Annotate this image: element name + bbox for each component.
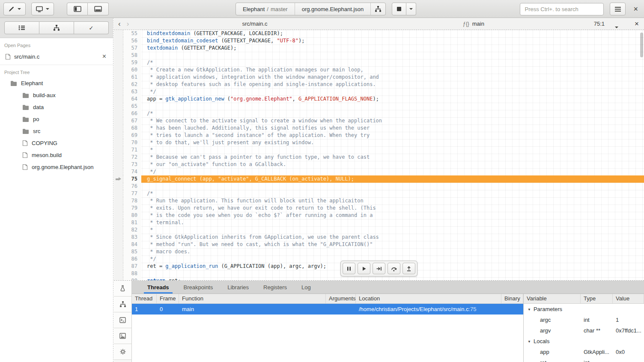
variable-group-parameters[interactable]: ▼Parameters [524,304,644,315]
line-number[interactable]: 85 [123,248,141,255]
line-number[interactable]: 63 [123,88,141,95]
breakpoint-gutter[interactable] [114,175,123,183]
window-close-button[interactable]: × [632,3,640,15]
breakpoint-gutter[interactable] [114,270,123,277]
debugger-tab-breakpoints[interactable]: Breakpoints [178,281,219,294]
sidebar-tab-pages[interactable] [4,21,39,34]
breakpoint-gutter[interactable] [114,45,123,52]
line-number[interactable]: 65 [123,103,141,110]
step-in-button[interactable] [373,263,385,274]
breakpoint-gutter[interactable] [114,81,123,88]
breakpoint-gutter[interactable] [114,277,123,280]
code-line-text[interactable]: * terminal. [141,219,644,226]
variable-row-app[interactable]: appGtkAppli...0x0 [524,347,644,357]
code-line-text[interactable]: * Since GtkApplication inherits from GAp… [141,234,644,241]
line-number[interactable]: 76 [123,183,141,190]
breakpoint-gutter[interactable] [114,205,123,212]
breakpoint-gutter[interactable] [114,146,123,154]
code-line-text[interactable]: */ [141,88,644,95]
code-line-text[interactable]: * [141,146,644,154]
tree-item-elephant[interactable]: Elephant [0,77,113,89]
pane-output-button[interactable] [114,328,131,344]
line-number[interactable]: 82 [123,226,141,234]
menu-button[interactable] [610,3,626,15]
breakpoint-gutter[interactable] [114,197,123,205]
run-options-button[interactable] [406,3,416,15]
code-line-text[interactable]: /* [141,110,644,117]
line-number[interactable]: 58 [123,52,141,59]
code-line-text[interactable] [141,52,644,59]
code-line-text[interactable]: * is the code you see when you do `echo … [141,212,644,219]
tree-item-copying[interactable]: COPYING [0,137,113,149]
code-line-text[interactable]: * has been lauched. Additionally, this s… [141,125,644,132]
line-number[interactable]: 71 [123,146,141,154]
code-line-text[interactable]: bindtextdomain (GETTEXT_PACKAGE, LOCALED… [141,30,644,37]
debugger-tab-registers[interactable]: Registers [257,281,293,294]
variable-row-argv[interactable]: argvchar **0x7ffdc1... [524,325,644,336]
close-page-button[interactable]: × [101,53,108,60]
breakpoint-gutter[interactable] [114,52,123,59]
line-number[interactable]: 55 [123,30,141,37]
pane-utilities-button[interactable] [114,344,131,360]
breakpoint-gutter[interactable] [114,212,123,219]
code-line-text[interactable]: * Run the application. This function wil… [141,197,644,205]
breakpoint-gutter[interactable] [114,234,123,241]
line-number[interactable]: 70 [123,139,141,146]
expander-icon[interactable]: ▼ [528,304,531,315]
code-line-text[interactable]: textdomain (GETTEXT_PACKAGE); [141,45,644,52]
line-number[interactable]: 56 [123,37,141,45]
breakpoint-gutter[interactable] [114,255,123,263]
code-line-text[interactable]: * [141,226,644,234]
line-number[interactable]: 79 [123,205,141,212]
code-line-text[interactable] [141,183,644,190]
tree-item-src[interactable]: src [0,125,113,137]
code-line-text[interactable]: bind_textdomain_codeset (GETTEXT_PACKAGE… [141,37,644,45]
breakpoint-gutter[interactable] [114,125,123,132]
line-number[interactable]: 69 [123,132,141,139]
device-menu-button[interactable] [31,3,54,15]
debugger-tab-libraries[interactable]: Libraries [221,281,255,294]
code-line-text[interactable]: * Create a new GtkApplication. The appli… [141,66,644,74]
line-number[interactable]: 60 [123,66,141,74]
line-number[interactable]: 75 [123,175,141,183]
open-page-item-src-main-c[interactable]: src/main.c× [0,50,113,63]
editor-scrollbar[interactable] [640,33,643,57]
continue-button[interactable] [358,263,370,274]
line-number[interactable]: 66 [123,110,141,117]
line-number[interactable]: 83 [123,234,141,241]
code-line-text[interactable]: g_signal_connect (app, "activate", G_CAL… [141,175,644,183]
breakpoint-gutter[interactable] [114,132,123,139]
variable-row-argc[interactable]: argcint1 [524,315,644,325]
breakpoint-gutter[interactable] [114,168,123,175]
code-line-text[interactable]: * our "on_activate" function to a GCallb… [141,161,644,168]
code-line-text[interactable]: * macro does. [141,248,644,255]
variable-row-ret[interactable]: retint [524,357,644,362]
breakpoint-gutter[interactable] [114,95,123,103]
line-number[interactable]: 62 [123,81,141,88]
code-line-text[interactable]: /* [141,59,644,66]
toggle-left-panel-button[interactable] [67,3,88,15]
back-button[interactable]: ‹ [118,18,121,30]
line-number[interactable]: 80 [123,212,141,219]
line-number[interactable]: 89 [123,277,141,280]
line-number[interactable]: 84 [123,241,141,248]
forward-button[interactable]: › [127,18,129,30]
line-number[interactable]: 57 [123,45,141,52]
breakpoint-gutter[interactable] [114,161,123,168]
line-number[interactable]: 68 [123,125,141,132]
line-number[interactable]: 77 [123,190,141,197]
variable-group-locals[interactable]: ▼Locals [524,336,644,347]
code-line-text[interactable]: */ [141,168,644,175]
tree-item-meson-build[interactable]: meson.build [0,149,113,161]
code-line-text[interactable]: app = gtk_application_new ("org.gnome.El… [141,95,644,103]
toggle-bottom-panel-button[interactable] [88,3,109,15]
edit-mode-button[interactable] [3,3,26,15]
breakpoint-gutter[interactable] [114,37,123,45]
code-line-text[interactable]: * method "run". But we need to cast, whi… [141,241,644,248]
symbol-picker-button[interactable]: ƒ{} main [463,18,484,30]
tree-item-build-aux[interactable]: build-aux [0,89,113,101]
breakpoint-gutter[interactable] [114,219,123,226]
line-number[interactable]: 59 [123,59,141,66]
tree-item-po[interactable]: po [0,113,113,125]
stop-button[interactable] [392,3,406,15]
